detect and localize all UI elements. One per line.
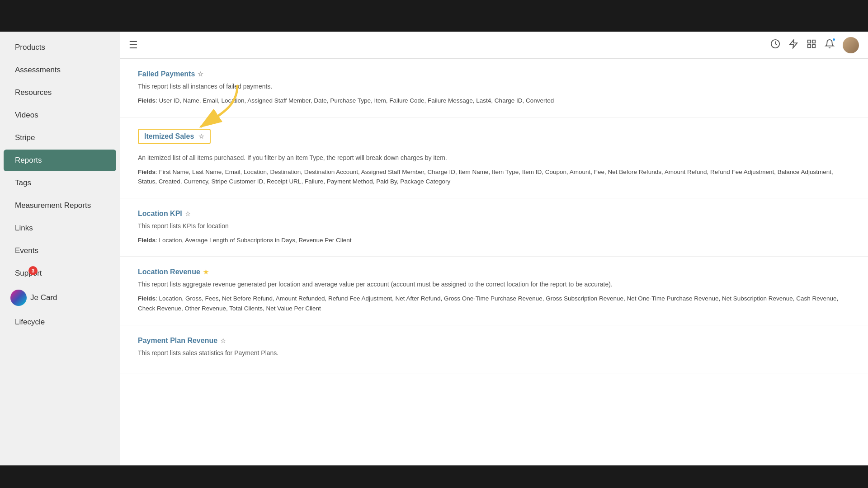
report-title-location-kpi[interactable]: Location KPI ☆	[138, 210, 850, 218]
star-icon-payment-plan-revenue[interactable]: ☆	[220, 337, 226, 344]
sidebar-item-products[interactable]: Products	[4, 37, 116, 58]
report-title-payment-plan-revenue[interactable]: Payment Plan Revenue ☆	[138, 337, 850, 345]
star-icon-failed-payments[interactable]: ☆	[198, 70, 203, 78]
header-left: ☰	[129, 39, 138, 51]
sidebar-item-resources[interactable]: Resources	[4, 82, 116, 103]
report-desc-location-revenue: This report lists aggregate revenue gene…	[138, 280, 850, 289]
report-fields-failed-payments: Fields: User ID, Name, Email, Location, …	[138, 96, 850, 106]
main-content: ☰	[120, 32, 868, 465]
sidebar-item-videos[interactable]: Videos	[4, 104, 116, 126]
app-header: ☰	[120, 32, 868, 59]
report-itemized-sales: Itemized Sales ☆ An itemized list of all…	[120, 117, 868, 198]
bell-notification-dot	[832, 38, 836, 42]
itemized-sales-title-wrapper: Itemized Sales ☆	[138, 129, 850, 148]
sidebar-item-stripe[interactable]: Stripe	[4, 127, 116, 149]
report-location-revenue: Location Revenue ★ This report lists agg…	[120, 257, 868, 325]
svg-rect-2	[808, 40, 811, 43]
report-desc-payment-plan-revenue: This report lists sales statistics for P…	[138, 348, 850, 358]
sidebar-item-reports[interactable]: Reports	[4, 150, 116, 171]
report-location-kpi: Location KPI ☆ This report lists KPIs fo…	[120, 198, 868, 257]
sidebar-item-assessments[interactable]: Assessments	[4, 59, 116, 81]
sidebar: Products Assessments Resources Videos St…	[0, 32, 120, 465]
support-badge: 3	[28, 266, 38, 275]
header-icons	[770, 37, 859, 53]
sidebar-item-tags[interactable]: Tags	[4, 172, 116, 194]
report-title-location-revenue[interactable]: Location Revenue ★	[138, 268, 850, 276]
report-desc-location-kpi: This report lists KPIs for location	[138, 221, 850, 231]
star-filled-icon-location-revenue[interactable]: ★	[203, 268, 209, 276]
svg-rect-3	[812, 40, 815, 43]
menu-toggle-icon[interactable]: ☰	[129, 39, 138, 51]
grid-icon[interactable]	[807, 39, 816, 51]
report-desc-failed-payments: This report lists all instances of faile…	[138, 82, 850, 91]
sidebar-item-events[interactable]: Events	[4, 240, 116, 262]
content-area[interactable]: Failed Payments ☆ This report lists all …	[120, 59, 868, 465]
sidebar-item-support[interactable]: Support 3	[4, 263, 116, 284]
avatar[interactable]	[843, 37, 859, 53]
svg-rect-4	[808, 45, 811, 47]
sidebar-item-links[interactable]: Links	[4, 217, 116, 239]
svg-rect-5	[812, 45, 815, 47]
report-payment-plan-revenue: Payment Plan Revenue ☆ This report lists…	[120, 325, 868, 374]
svg-marker-1	[790, 40, 797, 48]
sidebar-item-je-card[interactable]: Je Card	[4, 285, 116, 310]
clock-icon[interactable]	[770, 39, 780, 51]
report-desc-itemized-sales: An itemized list of all items purchased.…	[138, 153, 850, 163]
sidebar-item-lifecycle[interactable]: Lifecycle	[4, 311, 116, 333]
star-icon-location-kpi[interactable]: ☆	[185, 210, 191, 217]
report-failed-payments: Failed Payments ☆ This report lists all …	[120, 59, 868, 117]
sidebar-item-measurement-reports[interactable]: Measurement Reports	[4, 195, 116, 216]
report-title-itemized-sales[interactable]: Itemized Sales ☆	[138, 129, 211, 144]
bell-icon[interactable]	[825, 39, 835, 51]
je-card-logo-icon	[10, 290, 27, 306]
report-fields-itemized-sales: Fields: First Name, Last Name, Email, Lo…	[138, 167, 850, 187]
report-fields-location-kpi: Fields: Location, Average Length of Subs…	[138, 235, 850, 245]
bolt-icon[interactable]	[788, 39, 798, 51]
report-fields-location-revenue: Fields: Location, Gross, Fees, Net Befor…	[138, 294, 850, 313]
report-title-failed-payments[interactable]: Failed Payments ☆	[138, 70, 850, 78]
star-icon-itemized-sales[interactable]: ☆	[198, 133, 204, 140]
